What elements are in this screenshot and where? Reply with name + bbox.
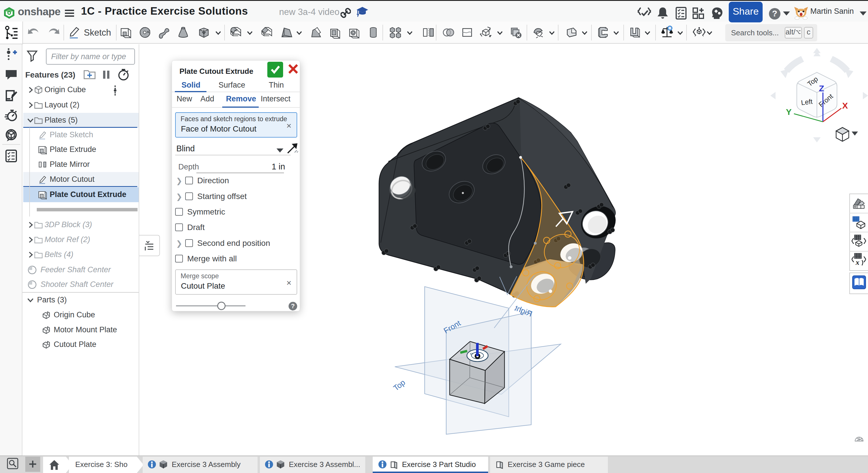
svg-text:?: ?: [772, 9, 777, 18]
svg-text:X: X: [842, 101, 848, 110]
svg-text:x: x: [856, 258, 859, 267]
svg-text:Top: Top: [392, 378, 407, 392]
svg-text:Left: Left: [801, 97, 813, 107]
svg-text:Y: Y: [786, 107, 792, 117]
svg-text:Z: Z: [819, 84, 824, 93]
